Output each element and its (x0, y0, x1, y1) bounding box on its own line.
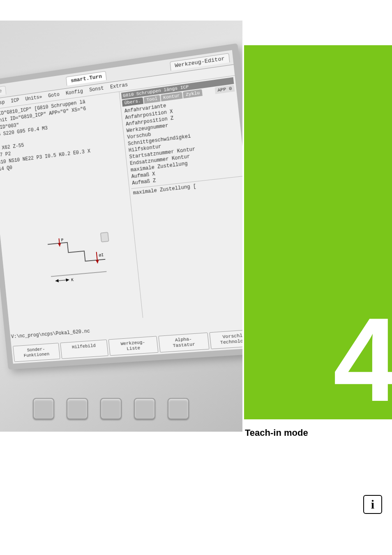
svg-rect-10 (101, 232, 109, 242)
cnc-screen: ine smart.Turn Werkzeug-Editor Vorsp ICP… (0, 50, 242, 364)
editor-split: IT ID"G810_ICP" [G810 Schruppen lä [<uni… (0, 75, 242, 328)
svg-text:P: P (61, 238, 64, 243)
softkey-help-image[interactable]: Hilfebild (60, 339, 108, 359)
hard-key[interactable] (168, 398, 189, 419)
softkey-alpha-keyboard[interactable]: Alpha- Tastatur (158, 332, 210, 352)
svg-marker-4 (96, 260, 99, 264)
cnc-monitor: ine smart.Turn Werkzeug-Editor Vorsp ICP… (0, 43, 242, 370)
menu-sonst[interactable]: Sonst (87, 84, 106, 94)
mode-label-left: ine (0, 86, 7, 97)
formtab-cycle[interactable]: Zyklu (183, 89, 203, 99)
formtab-tool[interactable]: Tool (144, 95, 160, 104)
menu-goto[interactable]: Goto (46, 90, 62, 100)
menu-icp[interactable]: ICP (9, 96, 21, 105)
hard-key[interactable] (134, 398, 155, 419)
svg-marker-8 (66, 278, 69, 282)
nc-file-path: V:\nc_prog\ncps\Pokal_620.nc (11, 328, 90, 340)
svg-text:øI: øI (99, 253, 104, 258)
svg-text:K: K (71, 278, 74, 283)
menu-extras[interactable]: Extras (108, 81, 130, 91)
chapter-title: Teach-in mode (245, 428, 385, 438)
chapter-color-bar: 4 (244, 45, 392, 419)
screenshot-photo: ine smart.Turn Werkzeug-Editor Vorsp ICP… (0, 21, 242, 432)
svg-marker-1 (58, 243, 61, 247)
menu-units[interactable]: Units» (23, 93, 44, 103)
svg-marker-7 (55, 279, 59, 283)
menu-vorsp[interactable]: Vorsp (0, 98, 7, 108)
hard-key[interactable] (100, 398, 122, 419)
cycle-schematic-icon: P øI K (43, 230, 116, 285)
chapter-number: 4 (333, 312, 392, 407)
hard-key[interactable] (67, 398, 88, 419)
info-icon: i (363, 495, 382, 514)
hard-keys-row (33, 398, 189, 419)
softkey-tech-suggestion[interactable]: Vorschlag Technologie (210, 328, 242, 349)
nc-code-listing: IT ID"G810_ICP" [G810 Schruppen lä [<uni… (0, 91, 143, 328)
softkey-special-functions[interactable]: Sonder- Funktionen (13, 343, 60, 362)
menu-konfig[interactable]: Konfig (63, 87, 85, 97)
hard-key[interactable] (33, 398, 54, 419)
softkey-tool-list[interactable]: Werkzeug- Liste (108, 336, 158, 356)
